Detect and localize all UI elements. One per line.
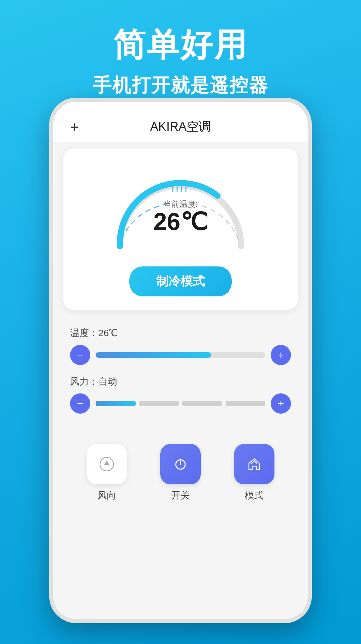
wind-direction-button[interactable] (87, 444, 127, 484)
home-icon (245, 455, 264, 474)
wind-seg-1 (96, 401, 136, 406)
temp-value: 26℃ (153, 208, 207, 235)
power-label: 开关 (171, 489, 190, 502)
wind-segments[interactable] (96, 401, 265, 406)
svg-line-4 (146, 210, 150, 212)
temperature-slider-track[interactable] (96, 352, 265, 358)
svg-line-1 (126, 227, 129, 231)
wind-seg-4 (226, 401, 266, 406)
wind-minus-button[interactable]: − (70, 393, 90, 414)
wind-slider-row: − + (70, 393, 291, 414)
mode-label: 模式 (245, 489, 264, 502)
temp-plus-button[interactable]: + (271, 345, 291, 365)
controls-area: 温度：26℃ − + 风力：自动 − (53, 317, 308, 434)
svg-line-14 (219, 214, 223, 217)
wind-direction-label: 风向 (97, 489, 116, 502)
temperature-slider-fill (96, 352, 211, 358)
bottom-buttons: 风向 开关 (53, 434, 308, 519)
svg-line-15 (226, 220, 229, 224)
nav-bar: + AKIRA空调 (53, 102, 308, 142)
wind-plus-button[interactable]: + (271, 393, 291, 414)
mode-button-group: 模式 (234, 444, 274, 502)
temperature-slider-row: − + (70, 345, 291, 365)
wind-direction-button-group: 风向 (87, 444, 127, 502)
add-button[interactable]: + (70, 119, 79, 135)
wind-seg-3 (182, 401, 222, 406)
power-icon (171, 455, 190, 474)
svg-line-16 (232, 227, 234, 231)
wind-label: 风力：自动 (70, 375, 291, 388)
power-button[interactable] (160, 444, 201, 484)
sub-title: 手机打开就是遥控器 (0, 73, 361, 98)
mode-button-circle[interactable] (234, 444, 274, 484)
power-button-group: 开关 (160, 444, 201, 502)
temp-display: 当前温度: 26℃ (153, 199, 207, 234)
svg-line-13 (211, 210, 215, 212)
main-title: 简单好用 (0, 27, 361, 63)
wind-control-row: 风力：自动 − + (70, 375, 291, 414)
svg-line-2 (131, 220, 135, 224)
mode-button[interactable]: 制冷模式 (129, 266, 232, 296)
temperature-label: 温度：26℃ (70, 327, 291, 340)
gauge-container: 当前温度: 26℃ (103, 162, 258, 256)
wind-direction-icon (97, 455, 116, 474)
nav-title: AKIRA空调 (150, 119, 211, 135)
thermostat-card: 当前温度: 26℃ 制冷模式 (63, 149, 298, 310)
wind-seg-2 (139, 401, 179, 406)
phone-mockup: + AKIRA空调 (49, 98, 312, 623)
temp-minus-button[interactable]: − (70, 345, 90, 365)
svg-line-3 (138, 214, 142, 217)
temperature-control-row: 温度：26℃ − + (70, 327, 291, 365)
